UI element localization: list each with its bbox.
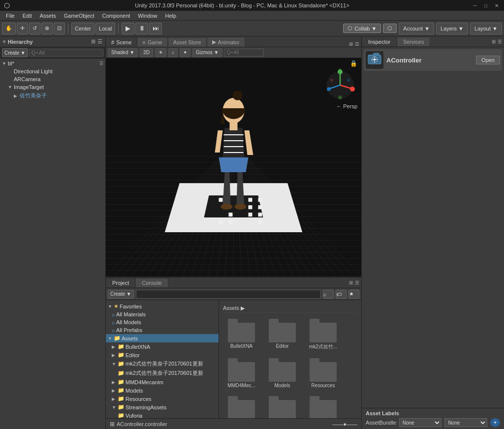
tab-inspector[interactable]: Inspector — [362, 37, 397, 47]
hierarchy-content: ▼ bl* ☰ Directional Light ARCamera ▼ Ima… — [0, 59, 105, 429]
tree-mk2-sub[interactable]: 📁 mk2式佐竹美奈子20170601更新 — [106, 368, 219, 378]
asset-bundle-add-btn[interactable]: + — [490, 418, 500, 427]
menu-help[interactable]: Help — [161, 12, 180, 20]
local-button[interactable]: Local — [95, 23, 115, 34]
tree-resources[interactable]: ▶ 📁 Resources — [106, 395, 219, 403]
folder-icon: 📁 — [118, 343, 125, 350]
tab-asset-store[interactable]: Asset Store — [168, 37, 207, 47]
scene-menu-btn[interactable]: ☰ — [355, 41, 359, 47]
account-button[interactable]: Account ▼ — [399, 23, 434, 34]
menu-assets[interactable]: Assets — [36, 12, 60, 20]
tree-vuforia-sub[interactable]: 📁 Vuforia — [106, 411, 219, 418]
hierarchy-search-input[interactable] — [29, 49, 103, 57]
asset-bulletxna[interactable]: BulletXNA — [223, 317, 260, 352]
scene-view[interactable]: 🔒 Y X Z — [106, 58, 361, 276]
pause-button[interactable]: ⏸ — [135, 23, 148, 34]
tab-animator[interactable]: ▶ Animator — [207, 37, 245, 47]
tree-all-models[interactable]: ⌕ All Models — [106, 318, 219, 326]
tool-move[interactable]: ✛ — [17, 23, 28, 34]
project-menu-btn[interactable]: ☰ — [355, 280, 359, 285]
search-icon: ⌕ — [112, 319, 115, 325]
hierarchy-item-imagetarget[interactable]: ▼ ImageTarget — [0, 83, 105, 91]
scene-search-input[interactable] — [224, 49, 264, 57]
hierarchy-create-btn[interactable]: Create ▼ — [2, 48, 28, 57]
gizmo-widget[interactable]: Y X Z — [323, 68, 357, 102]
shading-dropdown[interactable]: Shaded ▼ — [108, 48, 138, 57]
asset-editor[interactable]: Editor — [264, 317, 301, 352]
asset-wavefile[interactable]: WAVEFILE... — [305, 394, 342, 418]
tree-editor[interactable]: ▶ 📁 Editor — [106, 351, 219, 359]
asset-resources[interactable]: Resources — [305, 356, 342, 390]
project-search-input[interactable] — [136, 290, 321, 299]
play-button[interactable]: ▶ — [122, 23, 134, 34]
tree-assets[interactable]: ▼ 📁 Assets — [106, 334, 219, 342]
2d-button[interactable]: 2D — [140, 48, 153, 57]
tool-hand[interactable]: ✋ — [2, 23, 16, 34]
folder-icon: 📁 — [114, 335, 121, 341]
fx-btn[interactable]: ✦ — [180, 48, 190, 57]
tool-scale[interactable]: ⊕ — [41, 23, 53, 34]
center-button[interactable]: Center — [71, 23, 94, 34]
menu-window[interactable]: Window — [134, 12, 161, 20]
menu-edit[interactable]: Edit — [19, 12, 36, 20]
tree-all-materials[interactable]: ⌕ All Materials — [106, 310, 219, 318]
asset-vuforia[interactable]: Vuforia — [264, 394, 301, 418]
cloud-button[interactable]: ⬡ — [383, 24, 397, 33]
asset-mk2[interactable]: mk2式佐竹... — [305, 317, 342, 352]
star-btn[interactable]: ★ — [348, 290, 359, 299]
inspector-float-btn[interactable]: ⊞ — [492, 39, 496, 44]
hierarchy-item-arcamera[interactable]: ARCamera — [0, 75, 105, 83]
hierarchy-item-directional-light[interactable]: Directional Light — [0, 67, 105, 75]
layers-button[interactable]: Layers ▼ — [436, 23, 468, 34]
tree-all-prefabs[interactable]: ⌕ All Prefabs — [106, 326, 219, 334]
hierarchy-float-btn[interactable]: ⊞ — [91, 38, 95, 45]
tool-rotate[interactable]: ↺ — [29, 23, 40, 34]
close-button[interactable]: ✕ — [493, 2, 500, 9]
folder-icon: 📁 — [118, 396, 125, 402]
gizmos-dropdown[interactable]: Gizmos ▼ — [192, 48, 222, 57]
tab-game[interactable]: ≡ Game — [137, 37, 167, 47]
asset-bundle-select-2[interactable]: None — [444, 418, 487, 427]
menu-gameobject[interactable]: GameObject — [60, 12, 98, 20]
zoom-slider[interactable]: ——●—— — [332, 421, 357, 427]
asset-mmd4[interactable]: MMD4Mec... — [223, 356, 260, 390]
maximize-button[interactable]: □ — [482, 2, 489, 9]
layout-button[interactable]: Layout ▼ — [470, 23, 502, 34]
scene-float-btn[interactable]: ⊞ — [349, 41, 353, 47]
open-button[interactable]: Open — [476, 56, 500, 64]
minimize-button[interactable]: ─ — [472, 2, 478, 9]
light-btn[interactable]: ☀ — [155, 48, 166, 57]
tab-console[interactable]: Console — [135, 278, 168, 288]
hierarchy-item-model[interactable]: ▶ 佐竹美奈子 — [0, 91, 105, 100]
tag-btn[interactable]: 🏷 — [336, 290, 346, 299]
search-btn[interactable]: ⌕ — [323, 290, 334, 299]
tree-streaming[interactable]: ▼ 📁 StreamingAssets — [106, 403, 219, 411]
asset-label: Editor — [276, 343, 288, 349]
tab-project[interactable]: Project — [106, 278, 135, 288]
asset-models[interactable]: Models — [264, 356, 301, 390]
menu-component[interactable]: Component — [98, 12, 134, 20]
asset-bundle-select-1[interactable]: None — [399, 418, 442, 427]
collab-button[interactable]: ⬡ Collab ▼ — [343, 24, 381, 33]
asset-streaming[interactable]: Streaming... — [223, 394, 260, 418]
tree-bulletxna[interactable]: ▶ 📁 BulletXNA — [106, 342, 219, 351]
tree-label: All Materials — [116, 311, 146, 317]
tree-models[interactable]: ▶ 📁 Models — [106, 386, 219, 395]
tab-scene[interactable]: # Scene — [106, 37, 137, 47]
main-layout: ≡ Hierarchy ⊞ ☰ Create ▼ ▼ bl* ☰ Directi… — [0, 36, 504, 429]
hierarchy-menu-btn[interactable]: ☰ — [97, 38, 102, 45]
project-create-btn[interactable]: Create ▼ — [108, 290, 134, 299]
tab-services[interactable]: Services — [397, 37, 430, 47]
menu-file[interactable]: File — [2, 12, 19, 20]
asset-label: BulletXNA — [230, 343, 253, 349]
hierarchy-item-bl[interactable]: ▼ bl* ☰ — [0, 60, 105, 67]
tool-rect[interactable]: ⊡ — [54, 23, 65, 34]
inspector-menu-btn[interactable]: ☰ — [498, 39, 502, 44]
step-button[interactable]: ⏭ — [149, 23, 162, 34]
tree-mk2-1[interactable]: ▼ 📁 mk2式佐竹美奈子20170601更新 — [106, 359, 219, 368]
tree-favorites[interactable]: ▼ ★ Favorites — [106, 302, 219, 310]
project-float-btn[interactable]: ⊞ — [349, 280, 353, 285]
animator-tab-icon: ▶ — [212, 39, 216, 45]
tree-mmd4mecanim[interactable]: ▶ 📁 MMD4Mecanim — [106, 378, 219, 386]
audio-btn[interactable]: ♪ — [168, 48, 178, 57]
